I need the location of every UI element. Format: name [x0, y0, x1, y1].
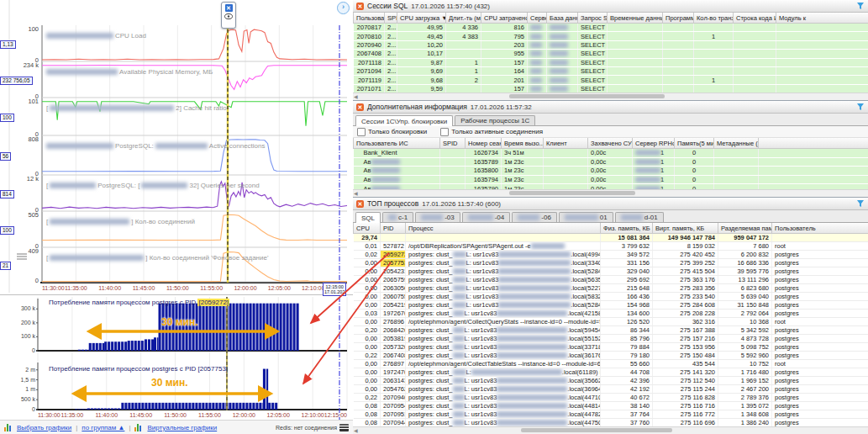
- process-row[interactable]: 0,002060755postgres: clust_L: usr1cv83.l…: [354, 293, 868, 301]
- column-header[interactable]: CPU затрачено (мс): [481, 13, 528, 24]
- filter-icon[interactable]: [856, 103, 865, 111]
- column-header[interactable]: Пользователь: [354, 13, 385, 24]
- column-header[interactable]: Номер сеанса: [466, 138, 502, 149]
- column-header[interactable]: Клиент: [544, 138, 588, 149]
- tab-server-2[interactable]: -03: [415, 212, 460, 222]
- process-row[interactable]: 0,082070954postgres: clust_L: usr1cv83.l…: [354, 402, 868, 410]
- session-row[interactable]: 20708172...49,954 336816SELECT C...: [354, 24, 868, 32]
- eye-icon[interactable]: [224, 13, 233, 19]
- axis-settings-icon[interactable]: [17, 252, 27, 262]
- column-header[interactable]: Модуль к: [776, 13, 868, 24]
- process-row[interactable]: 0,222067408postgres: clust_L: usr1cv83.l…: [354, 352, 868, 360]
- process-row[interactable]: 0,002057753postgres: clust_L: usr1cv83.l…: [354, 259, 868, 267]
- session-1c-row[interactable]: Ав16358001м 23с0,00с10: [354, 167, 868, 176]
- tab-server-1[interactable]: c-1: [382, 212, 413, 222]
- scroll-left-icon[interactable]: ◀: [354, 427, 358, 434]
- close-icon[interactable]: ✕: [356, 3, 364, 10]
- process-row[interactable]: 0,002057320postgres: clust_L: usr1cv83.l…: [354, 343, 868, 352]
- session-row[interactable]: 20709402...10,20203SELECT Cr...: [354, 40, 868, 49]
- tab-worker-processes[interactable]: Рабочие процессы 1С: [455, 115, 535, 125]
- column-header[interactable]: Процесс: [406, 223, 601, 234]
- column-header[interactable]: Пользователь ИС: [354, 138, 440, 149]
- process-row[interactable]: 0,00276897/opt/elephmon/agent/CollectTab…: [354, 360, 868, 368]
- session-row[interactable]: 20711182...9,871157SELECT Cr...: [354, 58, 868, 66]
- session-row[interactable]: 20711192...9,682201SELECT Cr...1: [354, 76, 868, 84]
- column-header[interactable]: Временные данные, МБ: [608, 13, 663, 24]
- close-icon[interactable]: ✕: [356, 200, 364, 208]
- column-header[interactable]: Физ. память, КБ ▼: [601, 223, 653, 234]
- process-row[interactable]: 0,002063143postgres: clust_L: usr1cv83.l…: [354, 377, 868, 385]
- process-row[interactable]: 0,022059272postgres: clust_L: usr1cv83.l…: [354, 251, 868, 259]
- process-row[interactable]: 0,00276896/opt/elephmon/agent/CollectQue…: [354, 318, 868, 326]
- scrollbar-thumb[interactable]: [521, 428, 672, 432]
- scrollbar-thumb[interactable]: [509, 191, 635, 195]
- session-row[interactable]: 20674082...10,17955SELECT CO...: [354, 50, 868, 58]
- process-row[interactable]: 0,082070944postgres: clust_L: usr1cv83.l…: [354, 419, 868, 427]
- horizontal-scrollbar[interactable]: ◀: [353, 426, 868, 434]
- scrollbar-thumb[interactable]: [509, 94, 665, 98]
- session-1c-row[interactable]: Ав16357891м 23с0,00с10: [354, 157, 868, 167]
- scroll-left-icon[interactable]: ◀: [354, 93, 358, 100]
- tab-sessions-1c[interactable]: Сессии 1С\Упр. блокировки: [355, 115, 453, 126]
- process-row[interactable]: 0,082070951postgres: clust_L: usr1cv83.l…: [354, 410, 868, 419]
- process-row[interactable]: 0,202068426postgres: clust_L: usr1cv83.l…: [354, 326, 868, 335]
- tab-server-4[interactable]: -06: [512, 212, 557, 222]
- tab-server-3[interactable]: -04: [462, 212, 511, 222]
- expand-right-icon[interactable]: ›: [337, 2, 350, 14]
- process-row[interactable]: 0,002065759postgres: clust_L: usr1cv83.l…: [354, 276, 868, 284]
- column-header[interactable]: PID: [381, 223, 406, 234]
- column-header[interactable]: Программа: [663, 13, 694, 24]
- column-header[interactable]: [759, 138, 868, 149]
- horizontal-scrollbar[interactable]: ◀: [353, 93, 868, 100]
- column-header[interactable]: SPID: [440, 138, 466, 149]
- column-header[interactable]: Метаданные (ЖР): [714, 138, 759, 149]
- process-row[interactable]: 0,002054762postgres: clust_L: usr1cv83.l…: [354, 385, 868, 394]
- column-header[interactable]: CPU загрузка ▼: [397, 13, 446, 24]
- column-header[interactable]: Сервер RPHost: [633, 138, 675, 149]
- column-header[interactable]: Время вызо... ▼: [502, 138, 544, 149]
- session-user: 2067408: [354, 50, 385, 58]
- process-row[interactable]: 0,031972670postgres: clust_L: usr1cv83.l…: [354, 310, 868, 318]
- process-row[interactable]: 0,01527872/opt/DBReplication/SPAgent/SPA…: [354, 242, 868, 251]
- process-row[interactable]: 0,001972470postgres: clust_L:.local(6118…: [354, 368, 868, 377]
- tab-server-6[interactable]: d-01: [615, 212, 664, 222]
- checkbox-active-only[interactable]: Только активные соединения: [440, 128, 543, 136]
- process-row[interactable]: 0,002054219postgres: clust_L: usr1cv83.l…: [354, 301, 868, 310]
- column-header[interactable]: Сервер: [528, 13, 547, 24]
- process-row[interactable]: 0,002063056postgres: clust_L: usr1cv83.l…: [354, 284, 868, 293]
- time-cursor-handle[interactable]: ✕: [221, 2, 236, 29]
- checkbox-box[interactable]: [440, 128, 449, 136]
- filter-icon[interactable]: [856, 199, 865, 208]
- session-1c-row[interactable]: Bank_Klient16267343ч 51м0,00с10: [354, 149, 868, 158]
- close-icon[interactable]: ✕: [356, 103, 364, 111]
- column-header[interactable]: Длит.-ть (мс): [446, 13, 481, 24]
- select-charts-link[interactable]: Выбрать графики: [17, 424, 71, 431]
- column-header[interactable]: Пользователь: [772, 223, 868, 234]
- tab-server-5[interactable]: 01: [559, 212, 613, 222]
- session-row[interactable]: 20710942...9,691164SELECT T...: [354, 66, 868, 75]
- column-header[interactable]: Строка кода ИС: [734, 13, 776, 24]
- process-row[interactable]: 0,002054231postgres: clust_L: usr1cv83.l…: [354, 267, 868, 276]
- checkbox-locks-only[interactable]: Только блокировки: [357, 128, 427, 136]
- column-header[interactable]: CPU: [354, 223, 381, 234]
- process-row[interactable]: 0,002053819postgres: clust_L: usr1cv83.l…: [354, 335, 868, 343]
- filter-icon[interactable]: [856, 2, 865, 10]
- scroll-left-icon[interactable]: ◀: [354, 190, 358, 197]
- column-header[interactable]: Запрос SQL: [578, 13, 608, 24]
- session-1c-row[interactable]: Ав16357941м 23с0,00с10: [354, 175, 868, 184]
- tab-sql[interactable]: SQL: [355, 212, 381, 223]
- close-cursor-icon[interactable]: ✕: [225, 4, 233, 12]
- horizontal-scrollbar[interactable]: ◀: [353, 189, 868, 197]
- column-header[interactable]: Захвачено СУБД: [588, 138, 633, 149]
- checkbox-box[interactable]: [357, 128, 366, 136]
- process-row[interactable]: 0,222070940postgres: clust_L: usr1cv83.l…: [354, 394, 868, 402]
- by-groups-link[interactable]: по группам ▲: [82, 424, 124, 431]
- session-row[interactable]: 20708102...49,454 383795SELECT C...1: [354, 32, 868, 40]
- column-header[interactable]: Вирт. память, КБ: [653, 223, 718, 234]
- virtual-charts-link[interactable]: Виртуальные графики: [147, 424, 217, 431]
- column-header[interactable]: Разделяемая память, КБ: [718, 223, 772, 234]
- column-header[interactable]: База данных: [547, 13, 578, 24]
- column-header[interactable]: Память(5 мин),...: [675, 138, 714, 149]
- column-header[interactable]: Кол-во транзакций: [694, 13, 734, 24]
- column-header[interactable]: SPID: [385, 13, 397, 24]
